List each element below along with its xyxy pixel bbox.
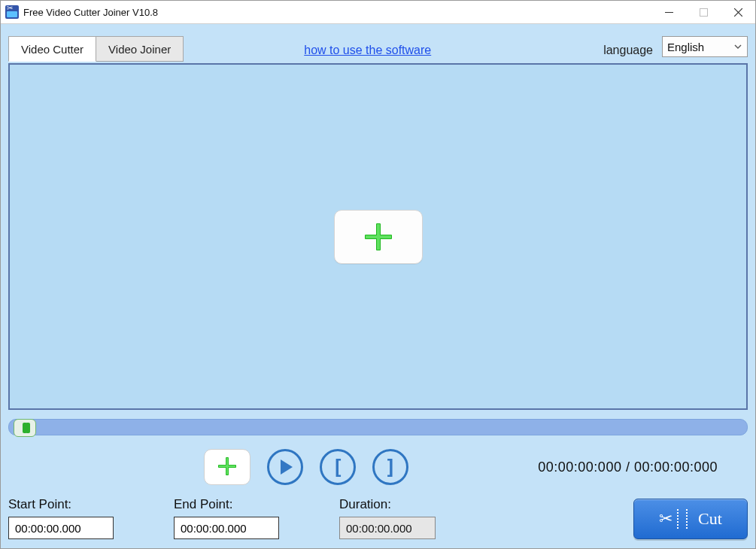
app-icon (5, 5, 19, 19)
cut-button-label: Cut (698, 509, 722, 529)
play-icon (281, 460, 293, 475)
tab-label: Video Cutter (21, 43, 83, 56)
play-button[interactable] (267, 449, 303, 485)
controls-row: [ ] 00:00:00:000 / 00:00:00:000 (8, 443, 748, 491)
end-point-field: End Point: (174, 497, 279, 539)
start-point-label: Start Point: (8, 497, 114, 512)
set-end-button[interactable]: ] (372, 449, 408, 485)
plus-icon (217, 456, 238, 479)
set-start-button[interactable]: [ (320, 449, 356, 485)
language-label: language (603, 44, 653, 57)
control-group: [ ] (204, 449, 408, 485)
chevron-down-icon (733, 41, 742, 53)
howto-link[interactable]: how to use the software (304, 44, 431, 57)
position-slider[interactable] (8, 419, 748, 435)
add-video-button[interactable] (334, 210, 423, 264)
close-button[interactable] (721, 1, 755, 23)
svg-rect-11 (219, 465, 235, 466)
tab-label: Video Joiner (108, 43, 171, 56)
plus-icon (362, 220, 395, 253)
language-select[interactable]: English (662, 36, 748, 57)
svg-rect-1 (700, 8, 707, 16)
tab-video-joiner[interactable]: Video Joiner (96, 36, 184, 62)
start-point-field: Start Point: (8, 497, 114, 539)
howto-link-text: how to use the software (304, 44, 431, 56)
bracket-close-icon: ] (384, 456, 396, 478)
minimize-button[interactable] (651, 1, 686, 23)
app-window: Free Video Cutter Joiner V10.8 Video Cut… (0, 0, 756, 549)
cut-button[interactable]: ✂ Cut (633, 499, 748, 539)
titlebar: Free Video Cutter Joiner V10.8 (1, 1, 755, 24)
duration-field: Duration: (339, 497, 436, 539)
fields-row: Start Point: End Point: Duration: ✂ Cut (8, 497, 748, 539)
language-selected: English (667, 41, 704, 53)
filmstrip-icon (677, 509, 688, 529)
end-point-input[interactable] (174, 517, 279, 539)
window-buttons (651, 1, 755, 23)
duration-label: Duration: (339, 497, 436, 512)
timecode-display: 00:00:00:000 / 00:00:00:000 (538, 460, 718, 475)
add-file-button[interactable] (204, 449, 250, 485)
tab-video-cutter[interactable]: Video Cutter (8, 36, 96, 62)
maximize-button[interactable] (686, 1, 721, 23)
top-row: Video Cutter Video Joiner how to use the… (8, 29, 748, 60)
video-preview-area (8, 63, 748, 410)
duration-input (339, 517, 436, 539)
slider-thumb[interactable] (14, 419, 36, 437)
start-point-input[interactable] (8, 517, 114, 539)
end-point-label: End Point: (174, 497, 279, 512)
client-area: Video Cutter Video Joiner how to use the… (1, 24, 755, 548)
svg-rect-7 (366, 235, 391, 238)
bracket-open-icon: [ (332, 456, 344, 478)
scissors-icon: ✂ (659, 509, 673, 529)
tabs: Video Cutter Video Joiner (8, 36, 184, 60)
window-title: Free Video Cutter Joiner V10.8 (23, 7, 158, 18)
